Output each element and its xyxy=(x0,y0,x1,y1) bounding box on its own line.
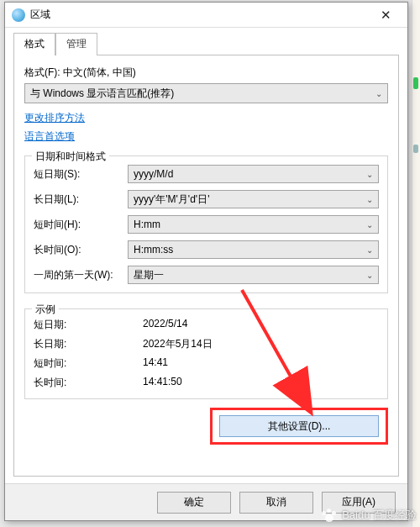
other-settings-row: 其他设置(D)... xyxy=(24,408,388,445)
chevron-down-icon: ⌄ xyxy=(366,271,373,280)
chevron-down-icon: ⌄ xyxy=(366,195,373,204)
tab-row: 格式 管理 xyxy=(5,28,407,55)
select-long-date-value: yyyy'年'M'月'd'日' xyxy=(134,192,209,207)
select-first-day-value: 星期一 xyxy=(134,268,164,282)
example-long-date-label: 长日期: xyxy=(34,337,143,351)
row-short-time: 短时间(H): H:mm ⌄ xyxy=(34,215,379,234)
other-settings-button[interactable]: 其他设置(D)... xyxy=(219,415,379,437)
select-long-time-value: H:mm:ss xyxy=(134,244,173,256)
label-long-date: 长日期(L): xyxy=(34,192,128,207)
background-accent xyxy=(413,145,418,153)
label-short-time: 短时间(H): xyxy=(34,218,128,232)
row-short-date: 短日期(S): yyyy/M/d ⌄ xyxy=(34,165,379,183)
globe-icon xyxy=(12,8,25,22)
chevron-down-icon: ⌄ xyxy=(366,220,373,229)
link-language-prefs[interactable]: 语言首选项 xyxy=(24,129,388,144)
select-short-date[interactable]: yyyy/M/d ⌄ xyxy=(128,165,379,183)
tab-admin[interactable]: 管理 xyxy=(55,33,97,55)
example-group: 示例 短日期: 2022/5/14 长日期: 2022年5月14日 短时间: 1… xyxy=(24,308,388,399)
datetime-format-group: 日期和时间格式 短日期(S): yyyy/M/d ⌄ 长日期(L): yyyy'… xyxy=(24,155,388,293)
example-long-time-label: 长时间: xyxy=(34,376,143,390)
example-short-date-label: 短日期: xyxy=(34,318,143,332)
apply-button[interactable]: 应用(A) xyxy=(322,492,396,514)
tab-format-label: 格式 xyxy=(24,38,45,50)
example-short-date: 短日期: 2022/5/14 xyxy=(34,318,379,332)
row-long-date: 长日期(L): yyyy'年'M'月'd'日' ⌄ xyxy=(34,190,379,208)
dialog-footer: 确定 取消 应用(A) xyxy=(5,483,407,520)
example-short-time-label: 短时间: xyxy=(34,356,143,371)
format-panel: 格式(F): 中文(简体, 中国) 与 Windows 显示语言匹配(推荐) ⌄… xyxy=(13,55,399,477)
cancel-label: 取消 xyxy=(266,495,286,509)
example-group-title: 示例 xyxy=(32,303,59,317)
select-short-time-value: H:mm xyxy=(134,219,160,230)
format-label: 格式(F): 中文(简体, 中国) xyxy=(24,66,388,80)
region-dialog: 区域 ✕ 格式 管理 格式(F): 中文(简体, 中国) 与 Windows 显… xyxy=(4,2,408,521)
ok-button[interactable]: 确定 xyxy=(157,492,231,514)
tab-admin-label: 管理 xyxy=(66,38,87,50)
row-first-day: 一周的第一天(W): 星期一 ⌄ xyxy=(34,266,379,284)
link-change-sort[interactable]: 更改排序方法 xyxy=(24,110,388,125)
format-select-value: 与 Windows 显示语言匹配(推荐) xyxy=(30,87,174,101)
background-accent xyxy=(413,77,418,89)
label-long-time: 长时间(O): xyxy=(34,243,128,257)
chevron-down-icon: ⌄ xyxy=(366,170,373,179)
window-title: 区域 xyxy=(30,8,369,22)
label-short-date: 短日期(S): xyxy=(34,167,128,182)
select-short-date-value: yyyy/M/d xyxy=(134,168,173,180)
select-first-day[interactable]: 星期一 ⌄ xyxy=(128,266,379,284)
example-long-time: 长时间: 14:41:50 xyxy=(34,376,379,390)
tab-format[interactable]: 格式 xyxy=(13,33,55,55)
chevron-down-icon: ⌄ xyxy=(375,89,382,98)
close-icon: ✕ xyxy=(381,8,391,23)
datetime-group-title: 日期和时间格式 xyxy=(32,150,109,164)
titlebar: 区域 ✕ xyxy=(5,3,407,28)
apply-label: 应用(A) xyxy=(342,495,375,509)
example-long-date: 长日期: 2022年5月14日 xyxy=(34,337,379,351)
ok-label: 确定 xyxy=(184,495,204,509)
select-long-date[interactable]: yyyy'年'M'月'd'日' ⌄ xyxy=(128,190,379,208)
close-button[interactable]: ✕ xyxy=(369,3,402,27)
example-short-time-value: 14:41 xyxy=(143,356,168,371)
chevron-down-icon: ⌄ xyxy=(366,245,373,255)
format-select[interactable]: 与 Windows 显示语言匹配(推荐) ⌄ xyxy=(24,83,388,103)
example-long-date-value: 2022年5月14日 xyxy=(143,337,213,351)
example-short-time: 短时间: 14:41 xyxy=(34,356,379,371)
example-long-time-value: 14:41:50 xyxy=(143,376,182,390)
example-short-date-value: 2022/5/14 xyxy=(143,318,187,332)
label-first-day: 一周的第一天(W): xyxy=(34,268,128,282)
annotation-highlight: 其他设置(D)... xyxy=(210,408,388,445)
cancel-button[interactable]: 取消 xyxy=(239,492,313,514)
other-settings-label: 其他设置(D)... xyxy=(268,419,331,434)
select-long-time[interactable]: H:mm:ss ⌄ xyxy=(128,240,379,259)
row-long-time: 长时间(O): H:mm:ss ⌄ xyxy=(34,240,379,259)
select-short-time[interactable]: H:mm ⌄ xyxy=(128,215,379,234)
